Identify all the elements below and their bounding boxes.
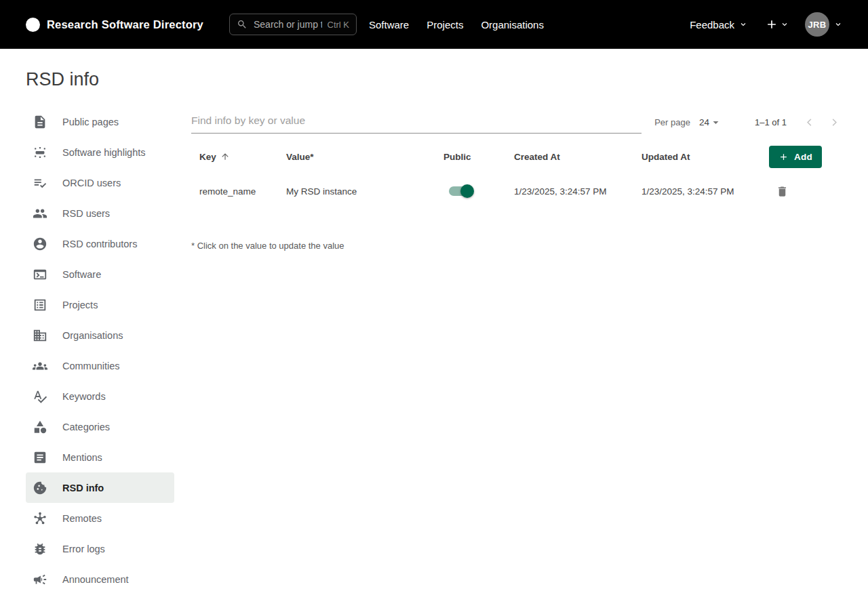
sidebar-item-categories[interactable]: Categories — [26, 411, 174, 442]
admin-sidebar: Public pages Software highlights ORCID u… — [26, 106, 174, 594]
trash-icon — [776, 185, 789, 198]
sidebar-item-software[interactable]: Software — [26, 259, 174, 289]
highlights-icon — [33, 145, 47, 160]
avatar: JRB — [805, 12, 829, 37]
groups-icon — [33, 359, 47, 373]
sidebar-item-label: Public pages — [62, 117, 119, 127]
sidebar-item-mentions[interactable]: Mentions — [26, 442, 174, 472]
sort-ascending-icon — [220, 152, 230, 161]
table-row: remote_name My RSD instance 1/23/2025, 3… — [191, 176, 842, 207]
sidebar-item-label: Mentions — [62, 452, 102, 463]
delete-row-button[interactable] — [773, 182, 842, 201]
table-toolbar: Per page 24 1–1 of 1 — [191, 110, 842, 134]
sidebar-item-rsd-contributors[interactable]: RSD contributors — [26, 228, 174, 259]
cell-created-at: 1/23/2025, 3:24:57 PM — [514, 186, 642, 197]
sidebar-item-organisations[interactable]: Organisations — [26, 320, 174, 350]
sidebar-item-announcement[interactable]: Announcement — [26, 564, 174, 594]
sidebar-item-label: Error logs — [62, 544, 105, 554]
sidebar-item-orcid-users[interactable]: ORCID users — [26, 167, 174, 198]
column-header-key[interactable]: Key — [199, 152, 286, 162]
app-logo — [26, 18, 40, 32]
global-search-input[interactable] — [252, 18, 323, 30]
sidebar-item-software-highlights[interactable]: Software highlights — [26, 137, 174, 167]
megaphone-icon — [33, 572, 47, 587]
dropdown-arrow-icon — [709, 116, 722, 129]
person-circle-icon — [33, 237, 47, 251]
page-title: RSD info — [26, 69, 842, 90]
plus-icon — [765, 18, 778, 31]
add-button-label: Add — [794, 152, 812, 162]
user-menu-button[interactable]: JRB — [805, 12, 842, 37]
sidebar-item-label: Categories — [62, 422, 110, 432]
search-icon — [237, 19, 248, 30]
sidebar-item-keywords[interactable]: Keywords — [26, 381, 174, 411]
users-icon — [33, 206, 47, 221]
category-icon — [33, 420, 47, 434]
cell-updated-at: 1/23/2025, 3:24:57 PM — [642, 186, 769, 197]
content: Public pages Software highlights ORCID u… — [0, 106, 868, 594]
add-button[interactable]: Add — [769, 146, 822, 168]
sidebar-item-label: RSD users — [62, 208, 110, 219]
feedback-menu-button[interactable]: Feedback — [690, 19, 747, 30]
column-header-public[interactable]: Public — [443, 152, 514, 162]
per-page-label: Per page — [654, 117, 690, 127]
chevron-down-icon — [781, 20, 789, 28]
sidebar-item-label: Software highlights — [62, 147, 146, 158]
article-icon — [33, 450, 47, 465]
sidebar-item-label: Keywords — [62, 391, 106, 402]
spellcheck-icon — [33, 389, 47, 404]
main-nav: Software Projects Organisations — [369, 19, 544, 30]
per-page-value: 24 — [699, 117, 709, 127]
sidebar-item-label: Software — [62, 269, 101, 280]
chevron-down-icon — [739, 20, 747, 28]
cell-key: remote_name — [199, 186, 286, 197]
column-label: Key — [199, 152, 216, 162]
sidebar-item-label: Communities — [62, 361, 120, 371]
previous-page-button[interactable] — [802, 115, 817, 130]
column-header-updated-at[interactable]: Updated At — [642, 152, 769, 162]
sidebar-item-rsd-info[interactable]: RSD info — [26, 472, 174, 503]
add-menu-button[interactable] — [765, 18, 789, 31]
sidebar-item-label: Projects — [62, 300, 98, 310]
toggle-thumb — [460, 184, 474, 198]
sidebar-item-error-logs[interactable]: Error logs — [26, 533, 174, 564]
per-page-control: Per page 24 — [654, 116, 722, 129]
hub-icon — [33, 511, 47, 526]
nav-software[interactable]: Software — [369, 19, 409, 30]
sidebar-item-label: ORCID users — [62, 178, 121, 188]
nav-projects[interactable]: Projects — [427, 19, 463, 30]
table-footnote: * Click on the value to update the value — [191, 241, 842, 251]
sidebar-item-public-pages[interactable]: Public pages — [26, 106, 174, 137]
sidebar-item-label: Announcement — [62, 574, 129, 585]
cell-public — [443, 186, 514, 196]
pager — [802, 115, 842, 130]
document-icon — [33, 115, 47, 129]
sidebar-item-rsd-users[interactable]: RSD users — [26, 198, 174, 228]
column-header-value[interactable]: Value* — [286, 152, 443, 162]
sidebar-item-projects[interactable]: Projects — [26, 289, 174, 320]
sidebar-item-label: RSD info — [62, 483, 104, 493]
table-header-row: Key Value* Public Created At Updated At … — [191, 143, 842, 170]
sidebar-item-communities[interactable]: Communities — [26, 350, 174, 381]
top-navbar: Research Software Directory Ctrl K Softw… — [0, 0, 868, 49]
navbar-right: Feedback JRB — [690, 12, 842, 37]
building-icon — [33, 328, 47, 343]
search-shortcut-hint: Ctrl K — [328, 20, 350, 30]
sidebar-item-label: RSD contributors — [62, 239, 137, 249]
cell-value[interactable]: My RSD instance — [286, 186, 443, 197]
per-page-select[interactable]: 24 — [699, 116, 722, 129]
column-header-created-at[interactable]: Created At — [514, 152, 642, 162]
public-toggle[interactable] — [449, 186, 472, 196]
next-page-button[interactable] — [827, 115, 842, 130]
sidebar-item-remotes[interactable]: Remotes — [26, 503, 174, 533]
chevron-right-icon — [828, 116, 841, 129]
filter-input[interactable] — [191, 110, 642, 134]
pagination-range: 1–1 of 1 — [755, 117, 787, 127]
bug-icon — [33, 542, 47, 556]
chevron-down-icon — [834, 20, 842, 28]
feedback-label: Feedback — [690, 19, 734, 30]
nav-organisations[interactable]: Organisations — [481, 19, 544, 30]
sidebar-item-label: Organisations — [62, 330, 123, 341]
chevron-left-icon — [803, 116, 816, 129]
global-search-box[interactable]: Ctrl K — [229, 14, 357, 35]
